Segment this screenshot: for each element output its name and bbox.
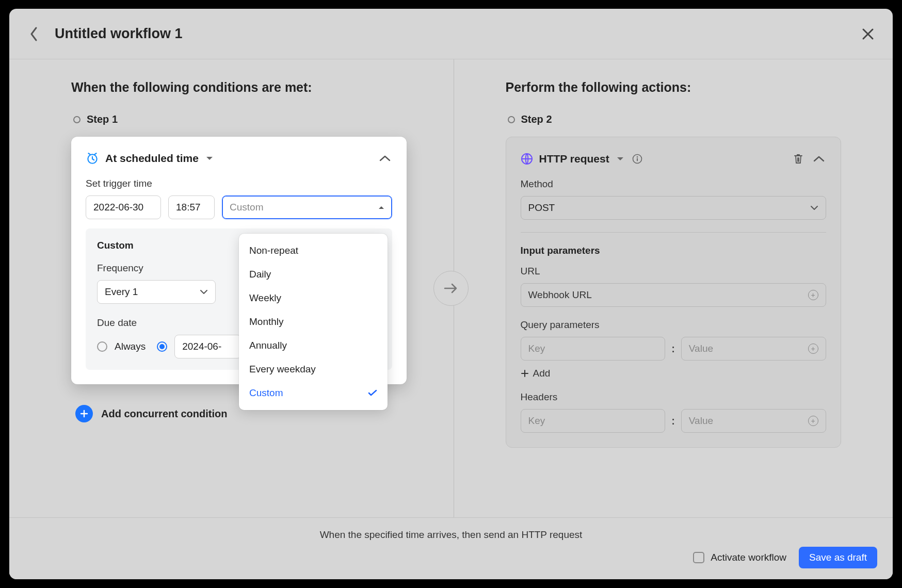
- url-label: URL: [521, 266, 826, 277]
- option-non-repeat[interactable]: Non-repeat: [239, 239, 388, 263]
- due-date-input[interactable]: 2024-06-: [174, 335, 241, 358]
- delete-button[interactable]: [791, 152, 806, 166]
- plus-circle-icon: [75, 405, 93, 422]
- check-icon: [368, 389, 377, 397]
- activate-workflow-toggle[interactable]: Activate workflow: [693, 552, 786, 563]
- chevron-down-icon: [200, 289, 208, 295]
- frequency-dropdown: Non-repeat Daily Weekly Monthly Annually…: [239, 234, 388, 410]
- clock-icon: [86, 152, 99, 165]
- due-date-specific-radio[interactable]: [157, 341, 167, 352]
- conditions-heading: When the following conditions are met:: [71, 80, 423, 95]
- arrow-right-icon: [443, 282, 459, 295]
- http-action-card: HTTP request Method POST: [506, 137, 841, 448]
- divider: [521, 232, 826, 233]
- header-value-input[interactable]: Value +: [681, 409, 826, 433]
- option-every-weekday[interactable]: Every weekday: [239, 357, 388, 381]
- step-dot: [73, 116, 80, 123]
- header-key-input[interactable]: Key: [521, 409, 666, 433]
- query-params-label: Query parameters: [521, 319, 826, 331]
- chevron-up-icon: [813, 155, 825, 162]
- globe-icon: [521, 153, 533, 165]
- info-button[interactable]: [630, 152, 645, 166]
- method-select[interactable]: POST: [521, 196, 826, 220]
- trash-icon: [793, 153, 803, 165]
- step-dot: [508, 116, 515, 123]
- actions-heading: Perform the following actions:: [506, 80, 857, 95]
- input-params-label: Input parameters: [521, 245, 826, 256]
- headers-label: Headers: [521, 391, 826, 403]
- activate-label: Activate workflow: [711, 552, 786, 563]
- caret-up-icon: [378, 205, 384, 209]
- page-title: Untitled workflow 1: [55, 26, 183, 42]
- info-icon: [632, 154, 642, 164]
- option-daily[interactable]: Daily: [239, 263, 388, 286]
- query-key-input[interactable]: Key: [521, 337, 666, 361]
- due-date-always-radio[interactable]: [97, 341, 107, 352]
- add-query-param[interactable]: Add: [521, 368, 826, 379]
- kv-separator: :: [671, 343, 675, 355]
- due-date-always-label: Always: [115, 341, 146, 352]
- url-plus-icon[interactable]: +: [808, 290, 818, 300]
- activate-checkbox[interactable]: [693, 552, 704, 563]
- save-draft-button[interactable]: Save as draft: [799, 547, 877, 568]
- option-monthly[interactable]: Monthly: [239, 310, 388, 334]
- option-weekly[interactable]: Weekly: [239, 286, 388, 310]
- trigger-date-input[interactable]: 2022-06-30: [86, 195, 161, 219]
- http-card-title: HTTP request: [539, 153, 609, 165]
- kv-separator: :: [671, 415, 675, 427]
- svg-point-3: [636, 156, 637, 157]
- url-input[interactable]: Webhook URL +: [521, 283, 826, 307]
- trigger-card-title: At scheduled time: [105, 152, 199, 165]
- method-label: Method: [521, 178, 826, 190]
- collapse-button[interactable]: [378, 151, 392, 166]
- close-icon: [861, 27, 875, 41]
- add-concurrent-label: Add concurrent condition: [101, 408, 227, 420]
- chevron-down-icon: [810, 205, 818, 210]
- step-2-label: Step 2: [521, 113, 552, 125]
- step-1-label: Step 1: [87, 113, 118, 125]
- option-annually[interactable]: Annually: [239, 334, 388, 357]
- query-value-input[interactable]: Value +: [681, 337, 826, 361]
- set-trigger-label: Set trigger time: [86, 178, 392, 189]
- value-plus-icon[interactable]: +: [808, 344, 818, 354]
- frequency-select[interactable]: Custom: [222, 195, 392, 219]
- caret-down-icon[interactable]: [617, 156, 624, 161]
- chevron-left-icon: [29, 26, 39, 42]
- plus-icon: [521, 369, 529, 378]
- flow-arrow: [433, 271, 469, 306]
- back-button[interactable]: [24, 24, 44, 44]
- collapse-button[interactable]: [812, 152, 826, 166]
- option-custom[interactable]: Custom: [239, 381, 388, 405]
- frequency-every-select[interactable]: Every 1: [97, 280, 216, 304]
- trigger-card: At scheduled time Set trigger time 2022-…: [71, 137, 407, 384]
- close-button[interactable]: [858, 24, 878, 44]
- svg-rect-4: [637, 158, 638, 161]
- workflow-summary: When the specified time arrives, then se…: [25, 529, 877, 541]
- value-plus-icon[interactable]: +: [808, 416, 818, 426]
- chevron-up-icon: [379, 155, 391, 162]
- caret-down-icon[interactable]: [206, 156, 213, 161]
- trigger-time-input[interactable]: 18:57: [168, 195, 215, 219]
